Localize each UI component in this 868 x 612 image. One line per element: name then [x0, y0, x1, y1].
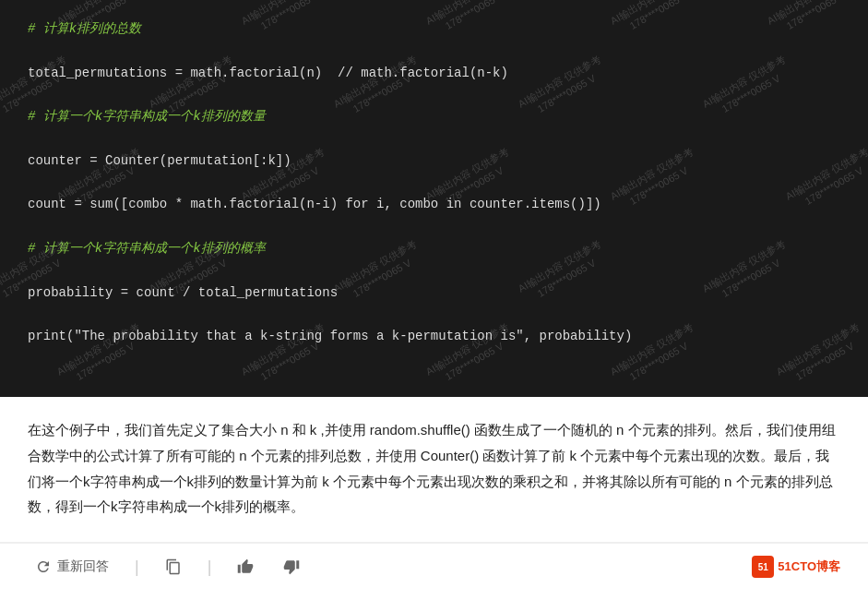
site-name: 51CTO博客: [778, 558, 840, 575]
code-line-3: count = sum([combo * math.factorial(n-i)…: [28, 197, 601, 211]
divider-2: |: [208, 558, 212, 577]
site-logo: 51: [752, 556, 774, 578]
site-badge: 51 51CTO博客: [752, 556, 840, 578]
description-text: 在这个例子中，我们首先定义了集合大小 n 和 k ,并使用 random.shu…: [28, 417, 840, 520]
comment-2: # 计算一个k字符串构成一个k排列的数量: [28, 109, 266, 124]
refresh-button[interactable]: 重新回答: [28, 555, 116, 579]
code-line-1: total_permutations = math.factorial(n) /…: [28, 66, 508, 80]
like-button[interactable]: [230, 555, 261, 579]
code-content: # 计算k排列的总数 total_permutations = math.fac…: [28, 18, 840, 348]
like-icon: [237, 558, 254, 575]
divider-1: |: [135, 558, 139, 577]
code-block: AI输出内容 仅供参考178****0065 V AI输出内容 仅供参考178*…: [0, 0, 868, 397]
dislike-icon: [283, 558, 300, 575]
dislike-button[interactable]: [276, 555, 307, 579]
comment-3: # 计算一个k字符串构成一个k排列的概率: [28, 241, 266, 256]
copy-icon: [165, 558, 182, 575]
description-section: 在这个例子中，我们首先定义了集合大小 n 和 k ,并使用 random.shu…: [0, 397, 868, 543]
comment-1: # 计算k排列的总数: [28, 21, 141, 36]
refresh-label: 重新回答: [57, 558, 109, 575]
refresh-icon: [35, 558, 52, 575]
code-line-5: print("The probability that a k-string f…: [28, 329, 632, 343]
copy-button[interactable]: [158, 555, 189, 579]
footer-bar: 重新回答 | | 51 51CTO博客: [0, 543, 868, 590]
code-line-2: counter = Counter(permutation[:k]): [28, 153, 291, 168]
code-line-4: probability = count / total_permutations: [28, 285, 338, 300]
